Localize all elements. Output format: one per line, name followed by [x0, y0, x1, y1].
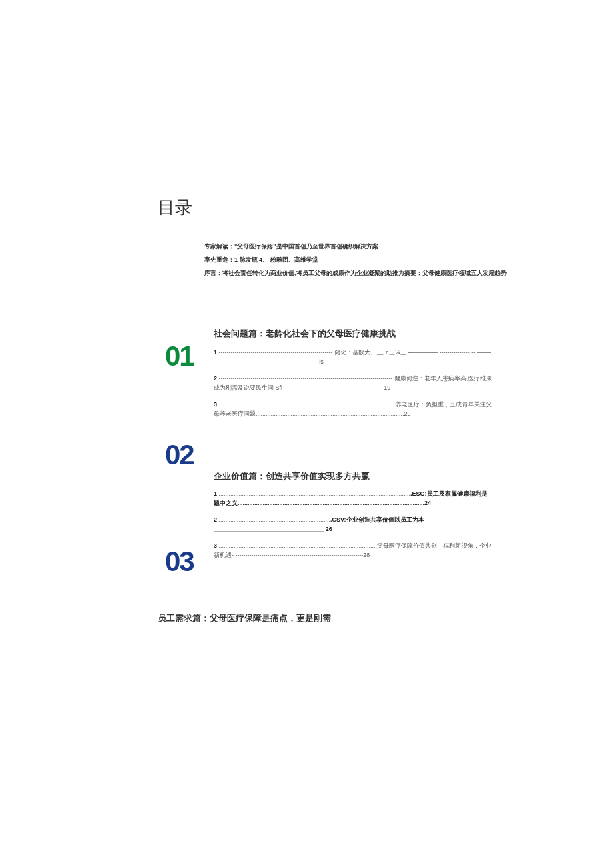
page-title: 目录 — [158, 196, 192, 220]
toc-item-text: ----------------------------------------… — [219, 349, 333, 356]
toc-item-num: 2 — [214, 375, 217, 382]
intro-line-1: 专家解读："父母医疗保姆"是中国首创乃至世界首创确织解决方案 — [204, 240, 507, 254]
section-03-title: 员工需求篇：父母医疗保障是痛点，更是刚需 — [158, 612, 331, 624]
section-02-title: 企业价值篇：创造共享价值实现多方共赢 — [214, 470, 370, 482]
toc-item-num: 1 — [214, 349, 217, 356]
toc-item-num: 3 — [214, 542, 217, 549]
toc-item: 2 ......................................… — [214, 515, 493, 534]
toc-item-text: ........................................… — [219, 516, 331, 523]
section-number-02: 02 — [165, 439, 194, 471]
toc-item-text: ........................................… — [219, 401, 394, 408]
toc-item-text: ----------------------------------------… — [219, 375, 393, 382]
intro-block: 专家解读："父母医疗保姆"是中国首创乃至世界首创确织解决方案 率先重危：1 脉发… — [204, 240, 507, 280]
toc-item-text: ........................................… — [219, 490, 411, 497]
intro-line-2: 率先重危：1 脉发瓶 4、 粉雕团、高维学堂 — [204, 254, 507, 267]
intro-line-3: 序言：将社会责任转化为商业价值,将员工父母的成康作为企业凝聚的助推力摘要：父母健… — [204, 267, 507, 280]
toc-item-num: 3 — [214, 401, 217, 408]
section-01-title: 社会问题篇：老龄化社会下的父母医疗健康挑战 — [214, 328, 396, 340]
toc-item-text: ........................................… — [219, 542, 376, 549]
section-number-01: 01 — [165, 340, 194, 372]
toc-item-num: 1 — [214, 490, 217, 497]
toc-item: 1 --------------------------------------… — [214, 348, 493, 367]
section-number-03: 03 — [165, 546, 194, 578]
toc-item-num: 2 — [214, 516, 217, 523]
toc-item: 3 ......................................… — [214, 400, 493, 419]
toc-item: 2 --------------------------------------… — [214, 374, 493, 393]
section-02-items: 1 ......................................… — [214, 489, 493, 566]
toc-item: 3 ......................................… — [214, 541, 493, 560]
toc-item: 1 ......................................… — [214, 489, 493, 508]
section-01-items: 1 --------------------------------------… — [214, 348, 493, 425]
